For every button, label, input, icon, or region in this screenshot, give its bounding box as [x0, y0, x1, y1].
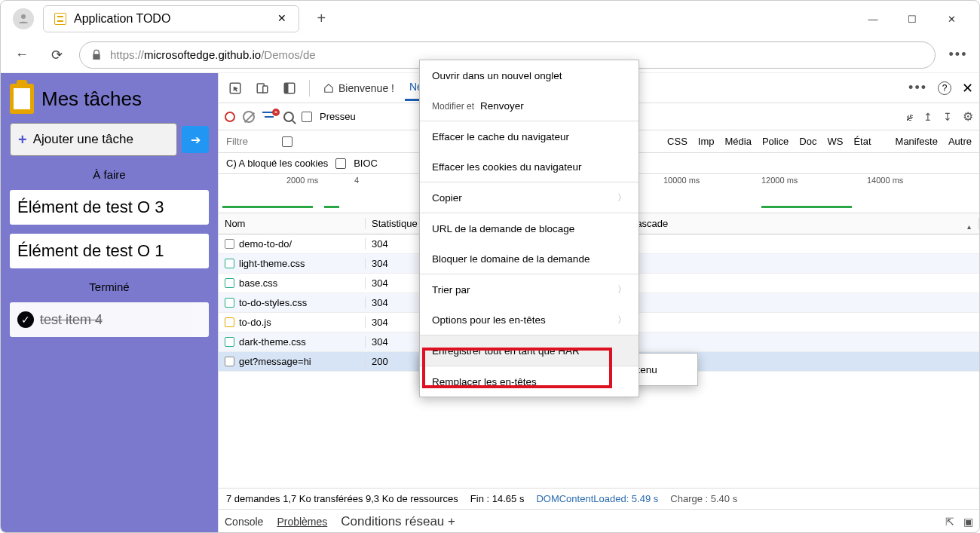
- clipboard-icon: [10, 84, 34, 114]
- col-header-waterfall[interactable]: Cascade▴: [623, 218, 979, 229]
- device-toggle-icon[interactable]: [252, 78, 273, 99]
- network-status-bar: 7 demandes 1,7 Ko transférées 9,3 Ko de …: [219, 489, 979, 510]
- drawer-problems-tab[interactable]: Problèmes: [277, 516, 327, 528]
- window-maximize[interactable]: ☐: [901, 8, 923, 30]
- page-favicon: [54, 13, 66, 25]
- timeline-bar: [324, 206, 339, 208]
- new-tab-button[interactable]: +: [310, 8, 332, 30]
- type-pill[interactable]: Police: [762, 136, 789, 147]
- settings-icon[interactable]: ⚙: [963, 109, 973, 124]
- browser-menu-button[interactable]: •••: [946, 43, 970, 67]
- add-task-placeholder: Ajouter une tâche: [33, 132, 133, 147]
- file-icon: [225, 298, 234, 308]
- svg-rect-3: [263, 86, 268, 93]
- section-done-label: Terminé: [10, 280, 209, 293]
- url-text: https://microsoftedge.github.io/Demos/de: [110, 48, 316, 61]
- devtools-more-icon[interactable]: •••: [908, 80, 927, 96]
- type-pill[interactable]: Imp: [698, 136, 715, 147]
- file-icon: [225, 317, 234, 327]
- lock-icon: [90, 49, 103, 61]
- status-load: Charge : 5.40 s: [670, 493, 737, 504]
- task-item-done[interactable]: ✓ test item 4: [10, 302, 209, 337]
- todo-app-pane: Mes tâches + Ajouter une tâche ➔ À faire…: [1, 73, 218, 533]
- chevron-right-icon: 〉: [617, 283, 626, 296]
- blocked-cookies-option[interactable]: C) A bloqué les cookies: [226, 158, 328, 169]
- nav-back-button[interactable]: ←: [10, 43, 34, 67]
- preserve-log-checkbox[interactable]: [302, 112, 312, 122]
- col-header-name[interactable]: Nom: [219, 218, 366, 229]
- file-icon: [225, 259, 234, 268]
- type-pill[interactable]: CSS: [667, 136, 688, 147]
- tab-close-button[interactable]: ✕: [276, 13, 288, 25]
- bloc-checkbox[interactable]: [335, 158, 346, 169]
- type-pill[interactable]: Manifeste: [896, 136, 938, 147]
- check-icon: ✓: [17, 311, 34, 328]
- window-minimize[interactable]: —: [862, 8, 884, 30]
- ctx-open-new-tab[interactable]: Ouvrir dans un nouvel onglet: [420, 60, 639, 90]
- type-pill[interactable]: WS: [827, 136, 843, 147]
- tab-title: Application TODO: [74, 12, 170, 26]
- help-icon[interactable]: ?: [938, 81, 951, 95]
- inspect-icon[interactable]: [225, 78, 246, 99]
- ctx-copy[interactable]: Copier〉: [420, 182, 639, 213]
- clear-button[interactable]: [243, 111, 255, 123]
- ctx-clear-cache[interactable]: Effacer le cache du navigateur: [420, 121, 639, 152]
- type-pill[interactable]: Média: [725, 136, 752, 147]
- drawer-network-conditions-tab[interactable]: Conditions réseau +: [341, 514, 455, 529]
- ctx-header-options[interactable]: Options pour les en-têtes〉: [420, 305, 639, 335]
- nav-refresh-button[interactable]: ⟳: [44, 43, 69, 67]
- file-icon: [225, 239, 234, 249]
- ctx-block-domain[interactable]: Bloquer le domaine de la demande: [420, 244, 639, 274]
- type-pill[interactable]: Autre: [948, 136, 972, 147]
- window-titlebar: Application TODO ✕ + — ☐ ✕: [1, 1, 979, 37]
- drawer-console-tab[interactable]: Console: [225, 516, 263, 528]
- invert-checkbox[interactable]: [282, 136, 292, 147]
- status-finish: Fin : 14.65 s: [470, 493, 525, 504]
- dock-icon[interactable]: [279, 78, 300, 99]
- preserve-log-label: Presseu: [320, 111, 356, 122]
- svg-rect-5: [284, 83, 288, 93]
- add-task-input[interactable]: + Ajouter une tâche: [10, 123, 177, 156]
- file-icon: [225, 337, 234, 347]
- ctx-save-har[interactable]: Enregistrer tout en tant que HAR: [420, 335, 639, 366]
- ctx-override-headers[interactable]: Remplacer les en-têtes: [420, 366, 639, 397]
- filter-toggle-icon[interactable]: ×: [262, 112, 276, 122]
- status-domcontentloaded: DOMContentLoaded: 5.49 s: [536, 493, 658, 504]
- profile-avatar[interactable]: [13, 8, 34, 29]
- type-pill[interactable]: Doc: [799, 136, 816, 147]
- filter-input[interactable]: [226, 136, 271, 147]
- type-filter-pills: CSS Imp Média Police Doc WS État Manifes…: [667, 136, 972, 147]
- file-icon: [225, 278, 234, 288]
- context-menu: Ouvrir dans un nouvel onglet Modifier et…: [419, 60, 639, 397]
- upload-har-icon[interactable]: ↥: [923, 111, 933, 123]
- timeline-tick: 10000 ms: [663, 176, 700, 185]
- window-close[interactable]: ✕: [940, 8, 963, 30]
- record-button[interactable]: [225, 112, 235, 122]
- file-icon: [225, 357, 234, 366]
- app-title: Mes tâches: [41, 87, 142, 111]
- ctx-sort-by[interactable]: Trier par〉: [420, 274, 639, 305]
- type-pill[interactable]: État: [853, 136, 871, 147]
- add-task-submit[interactable]: ➔: [182, 126, 209, 153]
- browser-tab[interactable]: Application TODO ✕: [43, 5, 299, 32]
- plus-icon: +: [18, 131, 27, 149]
- drawer-dock-icon[interactable]: ▣: [963, 516, 973, 528]
- wifi-icon[interactable]: ⸙: [907, 110, 913, 123]
- timeline-tick: 12000 ms: [761, 176, 798, 185]
- status-summary: 7 demandes 1,7 Ko transférées 9,3 Ko de …: [226, 493, 458, 504]
- timeline-tick: 2000 ms: [286, 176, 318, 185]
- search-icon[interactable]: [283, 112, 294, 122]
- download-har-icon[interactable]: ↧: [943, 111, 952, 123]
- task-item[interactable]: Élément de test O 1: [10, 234, 209, 268]
- col-header-status[interactable]: Statistique: [366, 218, 420, 229]
- task-item[interactable]: Élément de test O 3: [10, 190, 209, 225]
- drawer-expand-icon[interactable]: ⇱: [945, 516, 954, 528]
- chevron-right-icon: 〉: [617, 191, 626, 204]
- ctx-block-url[interactable]: URL de la demande de blocage: [420, 213, 639, 244]
- svg-point-0: [21, 14, 26, 19]
- bloc-label: BIOC: [354, 158, 378, 169]
- devtools-close-button[interactable]: ✕: [962, 80, 973, 96]
- ctx-edit-resend[interactable]: Modifier etRenvoyer: [420, 90, 639, 121]
- devtools-tab-welcome[interactable]: Bienvenue !: [319, 76, 399, 100]
- ctx-clear-cookies[interactable]: Effacer les cookies du navigateur: [420, 152, 639, 182]
